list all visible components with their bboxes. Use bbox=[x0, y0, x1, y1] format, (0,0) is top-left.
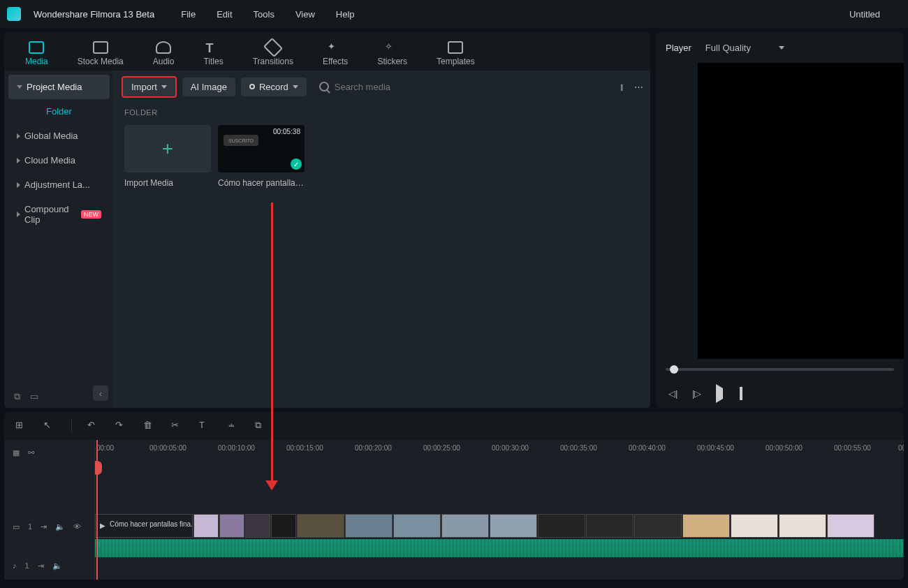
media-icon bbox=[29, 41, 44, 54]
text-tool-icon[interactable]: T bbox=[199, 420, 212, 432]
stop-icon[interactable] bbox=[740, 388, 751, 399]
media-sidebar: Project Media Folder Global Media Cloud … bbox=[4, 71, 115, 408]
player-tab[interactable]: Player bbox=[666, 43, 691, 53]
timeline-toolbar: ⊞ ↖ ↶ ↷ 🗑 ✂ T ⫨ ⧉ bbox=[4, 412, 904, 440]
undo-icon[interactable]: ↶ bbox=[87, 420, 100, 432]
panel-tabs: Media Stock Media Audio TTitles Transiti… bbox=[4, 32, 650, 71]
sidebar-item-cloud-media[interactable]: Cloud Media bbox=[8, 148, 110, 172]
tab-stock-media[interactable]: Stock Media bbox=[78, 37, 124, 66]
search-input[interactable] bbox=[335, 82, 614, 92]
sidebar-footer: ⧉ ▭ bbox=[14, 391, 38, 402]
plus-icon: + bbox=[162, 138, 173, 160]
timeline-header-controls: ▦ ⚯ bbox=[4, 440, 94, 465]
lock-icon[interactable]: ⇥ bbox=[38, 561, 44, 571]
filter-icon[interactable]: ⫿ bbox=[620, 82, 624, 92]
ruler-tick: 00:0 bbox=[898, 444, 904, 452]
transitions-icon bbox=[263, 37, 283, 57]
player-controls: ◁| |▷ bbox=[656, 380, 904, 408]
stickers-icon: ✧ bbox=[385, 41, 400, 54]
media-toolbar: Import AI Image Record ⫿ ⋯ bbox=[115, 71, 650, 103]
new-folder-icon[interactable]: ⧉ bbox=[14, 391, 20, 402]
scrub-handle[interactable] bbox=[670, 365, 678, 374]
mute-icon[interactable]: 🔈 bbox=[55, 522, 65, 531]
media-content: Import AI Image Record ⫿ ⋯ FOLDER + bbox=[115, 71, 650, 408]
video-track-header[interactable]: ▭1 ⇥ 🔈 👁 bbox=[4, 514, 94, 539]
redo-icon[interactable]: ↷ bbox=[115, 420, 128, 432]
player-panel: Player Full Quality ◁| |▷ bbox=[656, 32, 904, 408]
timeline-tracks[interactable]: 00:00 00:00:05:00 00:00:10:00 00:00:15:0… bbox=[95, 440, 904, 580]
crop-icon[interactable]: ⧉ bbox=[255, 420, 268, 432]
ruler-tick: 00:00:55:00 bbox=[834, 444, 871, 452]
mute-icon[interactable]: 🔈 bbox=[52, 561, 62, 571]
media-grid: + Import Media 00:05:38 SUSCRITO ✓ Cómo … bbox=[115, 119, 650, 193]
caret-right-icon bbox=[17, 212, 20, 217]
audio-icon bbox=[156, 41, 171, 54]
timeline-ruler[interactable]: 00:00 00:00:05:00 00:00:10:00 00:00:15:0… bbox=[95, 440, 904, 461]
delete-icon[interactable]: 🗑 bbox=[143, 420, 156, 432]
audio-track-clip[interactable] bbox=[95, 539, 904, 557]
ruler-tick: 00:00:10:00 bbox=[218, 444, 255, 452]
preview-area bbox=[656, 63, 904, 359]
tab-titles[interactable]: TTitles bbox=[203, 37, 223, 66]
sidebar-item-project-media[interactable]: Project Media bbox=[8, 75, 110, 99]
tab-stickers[interactable]: ✧Stickers bbox=[377, 37, 407, 66]
sidebar-item-folder[interactable]: Folder bbox=[8, 99, 110, 124]
collapse-sidebar-button[interactable]: ‹ bbox=[93, 385, 108, 401]
menu-help[interactable]: Help bbox=[336, 9, 355, 20]
ai-image-button[interactable]: AI Image bbox=[182, 78, 235, 96]
ruler-tick: 00:00 bbox=[96, 444, 114, 452]
clip-play-icon: ▶ bbox=[100, 522, 105, 529]
lock-icon[interactable]: ⇥ bbox=[41, 522, 47, 531]
scrub-bar[interactable] bbox=[656, 359, 904, 380]
adjust-icon[interactable]: ⫨ bbox=[227, 420, 240, 432]
sidebar-item-adjustment-layer[interactable]: Adjustment La... bbox=[8, 172, 110, 197]
preview-viewport[interactable] bbox=[698, 63, 904, 359]
ruler-tick: 00:00:20:00 bbox=[355, 444, 392, 452]
grid-icon[interactable]: ⊞ bbox=[15, 420, 28, 432]
next-frame-icon[interactable]: |▷ bbox=[692, 388, 703, 399]
layers-icon[interactable]: ▦ bbox=[13, 448, 20, 457]
prev-frame-icon[interactable]: ◁| bbox=[668, 388, 680, 399]
record-button[interactable]: Record bbox=[241, 78, 307, 96]
link-icon[interactable]: ⚯ bbox=[28, 448, 34, 457]
import-media-tile[interactable]: + Import Media bbox=[124, 125, 211, 188]
tab-media[interactable]: Media bbox=[25, 37, 48, 66]
open-folder-icon[interactable]: ▭ bbox=[30, 391, 38, 402]
effects-icon: ✦ bbox=[328, 41, 343, 54]
media-clip-tile[interactable]: 00:05:38 SUSCRITO ✓ Cómo hacer pantallas… bbox=[218, 125, 305, 188]
titlebar: Wondershare Filmora 13 Beta File Edit To… bbox=[0, 0, 908, 28]
sidebar-item-global-media[interactable]: Global Media bbox=[8, 124, 110, 148]
cursor-icon[interactable]: ↖ bbox=[43, 420, 56, 432]
ruler-tick: 00:00:50:00 bbox=[766, 444, 803, 452]
ruler-tick: 00:00:30:00 bbox=[492, 444, 529, 452]
menu-edit[interactable]: Edit bbox=[217, 9, 232, 20]
chevron-down-icon bbox=[779, 46, 784, 50]
caret-right-icon bbox=[17, 158, 20, 163]
titles-icon: T bbox=[206, 41, 221, 54]
media-panel: Media Stock Media Audio TTitles Transiti… bbox=[4, 32, 650, 408]
menubar: File Edit Tools View Help bbox=[181, 9, 354, 20]
new-badge: NEW bbox=[81, 210, 101, 219]
menu-tools[interactable]: Tools bbox=[254, 9, 274, 20]
tab-transitions[interactable]: Transitions bbox=[253, 37, 293, 66]
sidebar-item-compound-clip[interactable]: Compound ClipNEW bbox=[8, 197, 110, 232]
search-wrap bbox=[312, 82, 614, 92]
search-icon bbox=[319, 82, 329, 91]
scissors-icon[interactable]: ✂ bbox=[171, 420, 184, 432]
menu-view[interactable]: View bbox=[295, 9, 315, 20]
chevron-down-icon bbox=[161, 85, 167, 89]
video-track-clip[interactable]: ▶Cómo hacer pantallas fina... bbox=[95, 514, 904, 538]
audio-track-header[interactable]: ♪1 ⇥ 🔈 bbox=[4, 553, 94, 578]
tab-audio[interactable]: Audio bbox=[153, 37, 175, 66]
stock-icon bbox=[93, 41, 108, 54]
quality-select[interactable]: Full Quality bbox=[705, 43, 784, 53]
tab-templates[interactable]: Templates bbox=[437, 37, 475, 66]
more-icon[interactable]: ⋯ bbox=[634, 82, 643, 92]
playhead[interactable] bbox=[96, 440, 98, 580]
ruler-tick: 00:00:15:00 bbox=[286, 444, 323, 452]
visibility-icon[interactable]: 👁 bbox=[73, 522, 81, 531]
menu-file[interactable]: File bbox=[181, 9, 196, 20]
play-icon[interactable] bbox=[716, 388, 727, 399]
tab-effects[interactable]: ✦Effects bbox=[323, 37, 348, 66]
import-button[interactable]: Import bbox=[122, 76, 177, 98]
